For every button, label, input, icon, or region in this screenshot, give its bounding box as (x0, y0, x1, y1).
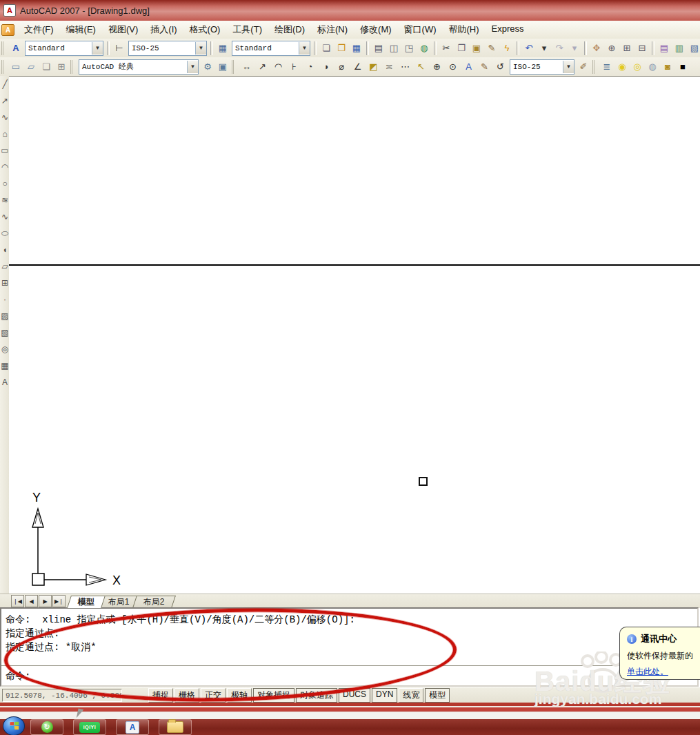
gradient-icon[interactable]: ▧ (0, 324, 10, 341)
zoom-previous-icon[interactable]: ⊟ (634, 41, 650, 56)
separator[interactable] (366, 41, 369, 55)
osnap-toggle[interactable]: 对象捕捉 (253, 688, 294, 703)
layout-from-template-icon[interactable]: ▱ (23, 59, 39, 75)
cut-icon[interactable]: ✂ (439, 41, 454, 56)
taskbar-browser-button[interactable]: ↻ (30, 719, 63, 735)
quick-dimension-icon[interactable]: ◩ (366, 59, 381, 75)
chevron-down-icon[interactable]: ▼ (92, 42, 103, 55)
continue-dimension-icon[interactable]: ⋯ (397, 59, 413, 75)
construction-xline[interactable] (9, 264, 700, 266)
properties-palette-icon[interactable]: ▤ (657, 41, 672, 56)
layer-lock-icon[interactable]: ◙ (660, 59, 675, 75)
menu-item[interactable]: 绘图(D) (268, 21, 311, 38)
match-properties-icon[interactable]: ✎ (484, 41, 499, 56)
spline-icon[interactable]: ∿ (0, 208, 10, 225)
separator[interactable] (517, 41, 519, 55)
angular-dimension-icon[interactable]: ∠ (350, 59, 366, 75)
tab-next-button[interactable]: ▶ (39, 595, 52, 607)
paste-icon[interactable]: ▣ (469, 41, 484, 56)
tab-first-button[interactable]: ❘◀ (11, 595, 24, 607)
menu-item[interactable]: 标注(N) (311, 21, 354, 38)
dim-style-combo-2[interactable]: ISO-25 ▼ (510, 59, 574, 75)
dimension-text-edit-icon[interactable]: ✎ (477, 59, 492, 75)
ordinate-dimension-icon[interactable]: ⊦ (286, 59, 302, 75)
separator[interactable] (434, 41, 437, 55)
circle-icon[interactable]: ○ (0, 175, 10, 192)
undo-icon[interactable]: ↶ (521, 41, 537, 56)
point-icon[interactable]: · (0, 291, 10, 308)
quick-leader-icon[interactable]: ↖ (413, 59, 429, 75)
viewports-dialog-icon[interactable]: ⊞ (54, 59, 69, 75)
block-editor-icon[interactable]: ϟ (499, 41, 514, 56)
taskbar-autocad-button[interactable]: A (116, 719, 149, 735)
start-button[interactable] (3, 716, 25, 735)
taskbar-explorer-button[interactable] (159, 719, 192, 735)
center-mark-icon[interactable]: ⊙ (445, 59, 461, 75)
coordinate-readout[interactable]: 912.5078, -16.4096 , 0.0000 (2, 689, 122, 702)
app-menu-icon[interactable]: A (1, 24, 14, 36)
zoom-realtime-icon[interactable]: ⊕ (604, 41, 619, 56)
workspace-combo[interactable]: AutoCAD 经典 ▼ (79, 59, 199, 75)
menu-item[interactable]: 编辑(E) (60, 21, 102, 38)
arc-length-dimension-icon[interactable]: ◠ (270, 59, 286, 75)
tab-prev-button[interactable]: ◀ (25, 595, 38, 607)
separator[interactable] (314, 41, 317, 55)
command-window[interactable]: 命令: xline 指定点或 [水平(H)/垂直(V)/角度(A)/二等分(B)… (0, 607, 699, 687)
menu-item[interactable]: 工具(T) (226, 21, 268, 38)
chevron-down-icon[interactable]: ▼ (187, 61, 198, 73)
snap-toggle[interactable]: 捕捉 (148, 688, 173, 703)
new-file-icon[interactable]: ❏ (319, 41, 334, 56)
tab-model[interactable]: 模型 (67, 596, 106, 608)
zoom-window-icon[interactable]: ⊞ (619, 41, 634, 56)
ducs-toggle[interactable]: DUCS (339, 688, 370, 703)
polyline-icon[interactable]: ∿ (0, 109, 10, 126)
publish-web-icon[interactable]: ◍ (417, 41, 432, 56)
my-workspace-icon[interactable]: ▣ (215, 59, 230, 75)
text-style-icon[interactable]: A (8, 41, 23, 56)
plot-icon[interactable]: ▤ (371, 41, 386, 56)
layer-properties-manager-icon[interactable]: ≣ (599, 59, 614, 75)
chevron-down-icon[interactable]: ▼ (195, 42, 206, 55)
revision-cloud-icon[interactable]: ≋ (0, 192, 10, 208)
pan-realtime-icon[interactable]: ✥ (589, 41, 604, 56)
layer-on-off-icon[interactable]: ◉ (614, 59, 630, 75)
page-setup-manager-icon[interactable]: ❏ (39, 59, 54, 75)
command-prompt[interactable]: 命令: (1, 666, 697, 683)
otrack-toggle[interactable]: 对象追踪 (296, 688, 337, 703)
make-block-icon[interactable]: ⊞ (0, 275, 10, 291)
hatch-icon[interactable]: ▨ (0, 308, 10, 324)
jogged-dimension-icon[interactable]: ◑ (318, 59, 334, 75)
dim-style-combo-icon[interactable]: ⊢ (112, 41, 127, 56)
undo-menu-icon[interactable]: ▾ (537, 41, 552, 56)
aligned-dimension-icon[interactable]: ↗ (254, 59, 270, 75)
linear-dimension-icon[interactable]: ↔ (239, 59, 254, 75)
tolerance-icon[interactable]: ⊕ (429, 59, 445, 75)
copy-icon[interactable]: ❐ (454, 41, 469, 56)
insert-block-icon[interactable]: ▱ (0, 258, 10, 275)
toolbar-grip[interactable] (232, 60, 237, 74)
tab-last-button[interactable]: ▶❘ (52, 595, 66, 607)
dimension-style-icon[interactable]: ✐ (576, 59, 591, 75)
menu-item[interactable]: 修改(M) (354, 21, 398, 38)
workspace-settings-icon[interactable]: ⚙ (200, 59, 215, 75)
dyn-toggle[interactable]: DYN (372, 688, 397, 703)
balloon-link[interactable]: 单击此处。 (627, 666, 668, 678)
baseline-dimension-icon[interactable]: ≍ (381, 59, 397, 75)
menu-item[interactable]: 格式(O) (183, 21, 227, 38)
tab-layout2[interactable]: 布局2 (132, 596, 176, 608)
menu-item[interactable]: 帮助(H) (443, 21, 486, 38)
model-space-toggle[interactable]: 模型 (425, 688, 450, 703)
toolbar-grip[interactable] (1, 41, 7, 55)
dimension-edit-icon[interactable]: A (461, 59, 477, 75)
line-icon[interactable]: ╱ (0, 76, 10, 92)
grid-toggle[interactable]: 栅格 (174, 688, 199, 703)
menu-item[interactable]: 插入(I) (144, 21, 183, 38)
table-style-combo[interactable]: Standard ▼ (232, 41, 310, 56)
menu-item[interactable]: 视图(V) (102, 21, 144, 38)
menu-item[interactable]: 文件(F) (18, 21, 60, 38)
chevron-down-icon[interactable]: ▼ (563, 61, 574, 73)
polar-toggle[interactable]: 极轴 (227, 688, 252, 703)
drawing-canvas[interactable]: Y X (9, 76, 700, 594)
table-style-combo-icon[interactable]: ▦ (215, 41, 230, 56)
toolbar-grip[interactable] (592, 60, 598, 74)
